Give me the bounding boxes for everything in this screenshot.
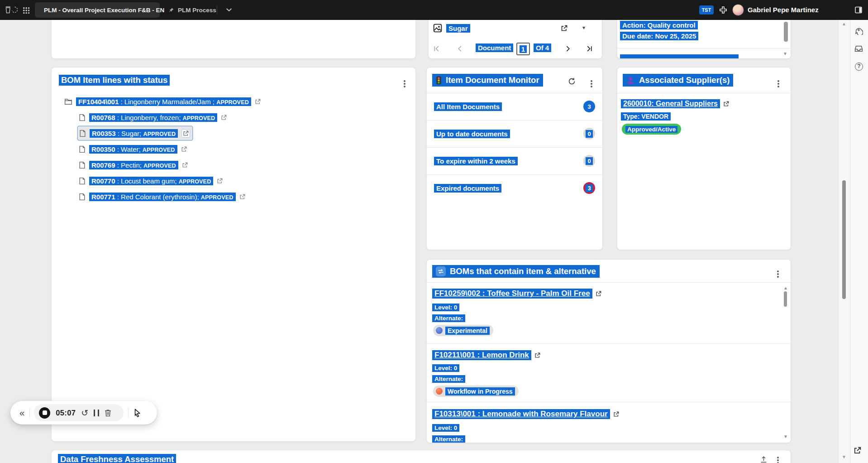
stop-recording-button[interactable] xyxy=(39,407,50,419)
restart-recording-button[interactable]: ↺ xyxy=(81,409,88,417)
tab-plm-overall[interactable]: PLM - Overall Project Execution F&B - EN xyxy=(35,2,160,18)
scroll-down-icon[interactable]: ▼ xyxy=(842,455,846,459)
bom-link-row[interactable]: F10313\001 : Lemonade with Rosemary Flav… xyxy=(432,409,619,419)
sync-icon xyxy=(436,266,446,276)
page-number-input[interactable]: 1 xyxy=(516,43,530,55)
feedback-chat-icon[interactable] xyxy=(854,26,863,35)
bom-status-pill: Experimental xyxy=(433,325,493,336)
divider xyxy=(427,282,791,283)
tab-label: PLM - Overall Project Execution F&B - EN xyxy=(44,7,164,14)
status-dot xyxy=(436,388,443,395)
next-page-button[interactable] xyxy=(564,45,571,52)
page-scrollbar-thumb[interactable] xyxy=(842,180,846,299)
monitor-row-all[interactable]: All Item Documents 3 xyxy=(434,97,595,116)
tree-item-row[interactable]: R00768 : Lingonberry, frozen; APPROVED xyxy=(79,111,227,124)
card-scrollbar-thumb[interactable] xyxy=(784,22,788,42)
document-title: Sugar xyxy=(446,24,470,33)
open-item-external-icon[interactable] xyxy=(217,178,223,184)
divider xyxy=(617,93,791,93)
inbox-icon[interactable] xyxy=(854,45,863,52)
tree-item-row-selected[interactable]: R00353 : Sugar; APPROVED xyxy=(78,126,192,140)
scroll-down-icon[interactable]: ▼ xyxy=(783,434,788,439)
bom-alternate: Alternate: xyxy=(432,375,465,383)
open-bom-external-icon[interactable] xyxy=(596,291,601,297)
card-title: BOMs that contain item & alternative xyxy=(450,266,596,276)
cup-logo-icon[interactable] xyxy=(5,5,12,14)
previous-page-button[interactable] xyxy=(457,45,463,52)
document-icon xyxy=(79,193,86,201)
caret-down-icon[interactable]: ▾ xyxy=(582,24,585,31)
sidebar-toggle-icon[interactable] xyxy=(854,6,863,14)
upload-icon[interactable] xyxy=(760,456,768,463)
tab-plm-process[interactable]: PLM Process xyxy=(163,2,222,18)
open-supplier-external-icon[interactable] xyxy=(723,101,729,107)
document-icon xyxy=(79,177,86,185)
count-badge: 3 xyxy=(583,101,595,112)
browser-titlebar: PLM - Overall Project Execution F&B - EN… xyxy=(0,0,868,20)
delete-recording-button[interactable] xyxy=(105,409,111,417)
folder-icon xyxy=(64,98,72,105)
tree-root-text: FF10404\001 : Lingonberry Marmalade/Jam … xyxy=(76,97,251,106)
card-menu-button[interactable] xyxy=(777,459,779,461)
user-name: Gabriel Pepe Martinez xyxy=(748,6,819,14)
collapse-toolbar-button[interactable]: « xyxy=(19,408,24,417)
open-item-external-icon[interactable] xyxy=(239,194,245,200)
scroll-down-icon[interactable]: ▼ xyxy=(783,52,787,56)
cursor-tool-button[interactable] xyxy=(133,408,141,417)
first-page-button[interactable] xyxy=(433,45,440,52)
loading-ring-icon[interactable] xyxy=(11,6,18,13)
bom-alternate: Alternate: xyxy=(432,314,465,322)
bom-link-row[interactable]: FF10259\002 : Toffee Slurry - Palm Oil F… xyxy=(432,289,601,299)
open-external-icon[interactable] xyxy=(854,447,861,454)
boms-contain-item-card: BOMs that contain item & alternative FF1… xyxy=(426,259,791,443)
card-title: BOM Item lines with status xyxy=(59,75,170,86)
document-icon xyxy=(79,130,86,137)
open-item-external-icon[interactable] xyxy=(183,130,189,136)
open-external-icon[interactable] xyxy=(561,25,568,32)
open-item-external-icon[interactable] xyxy=(181,146,187,152)
monitor-row-expired[interactable]: Expired documents 3 xyxy=(434,179,595,197)
tree-item-row[interactable]: R00350 : Water; APPROVED xyxy=(79,142,187,156)
tree-root-row[interactable]: FF10404\001 : Lingonberry Marmalade/Jam … xyxy=(64,95,261,108)
app-grid-icon[interactable] xyxy=(23,7,29,14)
open-item-external-icon[interactable] xyxy=(255,99,261,105)
tree-item-row[interactable]: R00769 : Pectin; APPROVED xyxy=(79,158,188,172)
avatar[interactable] xyxy=(732,4,744,16)
tree-item-row[interactable]: R00770 : Locust beam gum; APPROVED xyxy=(79,174,223,188)
scroll-up-icon[interactable]: ▲ xyxy=(783,286,788,290)
help-icon[interactable]: ? xyxy=(855,63,863,71)
bom-status-pill: Workflow in Progress xyxy=(433,386,519,397)
card-title: Item Document Monitor xyxy=(446,75,539,85)
divider xyxy=(427,120,602,121)
bom-alternate: Alternate: xyxy=(432,435,465,443)
divider xyxy=(427,147,602,148)
pagination-of: Of 4 xyxy=(534,43,551,52)
count-badge: 0 xyxy=(583,128,595,140)
card-menu-button[interactable] xyxy=(591,83,592,85)
add-icon[interactable] xyxy=(719,6,727,14)
action-line: Action: Quality control xyxy=(620,21,698,29)
document-icon xyxy=(79,161,86,169)
card-menu-button[interactable] xyxy=(404,83,405,85)
tabs-dropdown-chevron-icon[interactable] xyxy=(226,8,232,12)
scroll-up-icon[interactable]: ▲ xyxy=(842,22,846,26)
pause-recording-button[interactable] xyxy=(94,410,99,416)
tree-item-row[interactable]: R00771 : Red Colorant (erythrosin); APPR… xyxy=(79,190,245,203)
toolbar-divider xyxy=(128,408,129,418)
supplier-link[interactable]: 2600010: General Suppliers xyxy=(621,99,720,108)
bom-link-row[interactable]: F10211\001 : Lemon Drink xyxy=(432,350,540,360)
card-menu-button[interactable] xyxy=(777,273,779,275)
open-item-external-icon[interactable] xyxy=(221,115,227,121)
card-menu-button[interactable] xyxy=(777,83,779,85)
monitor-row-toexpire[interactable]: To expire within 2 weeks 0 xyxy=(434,152,595,170)
last-page-button[interactable] xyxy=(586,45,593,52)
open-bom-external-icon[interactable] xyxy=(534,352,540,358)
image-icon xyxy=(433,24,442,33)
card-scrollbar-thumb[interactable] xyxy=(784,291,787,307)
monitor-row-uptodate[interactable]: Up to date documents 0 xyxy=(434,125,595,143)
open-item-external-icon[interactable] xyxy=(182,162,188,168)
open-bom-external-icon[interactable] xyxy=(613,411,619,417)
refresh-icon[interactable] xyxy=(568,77,576,85)
divider xyxy=(427,93,602,93)
tab-label: PLM Process xyxy=(178,7,216,14)
